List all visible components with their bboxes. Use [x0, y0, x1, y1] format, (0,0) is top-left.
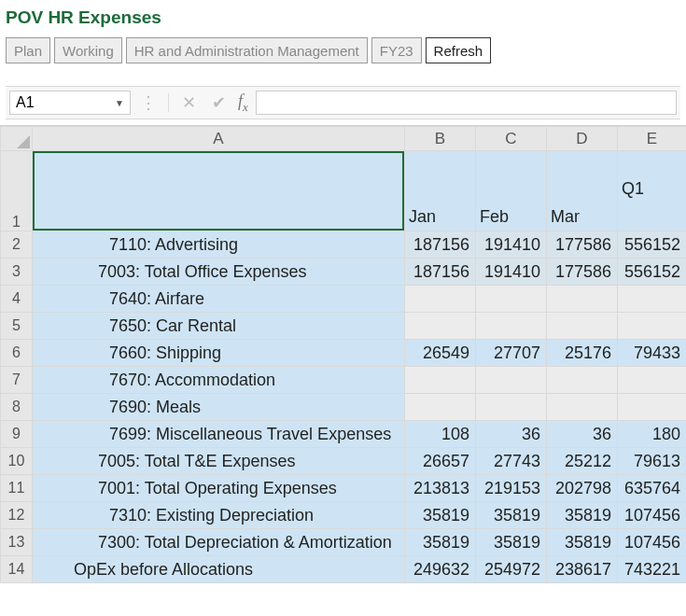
col-header-C[interactable]: C — [476, 127, 547, 151]
row-header[interactable]: 13 — [1, 529, 33, 556]
cancel-icon[interactable]: ✕ — [178, 92, 199, 113]
data-cell[interactable] — [618, 286, 687, 313]
data-cell[interactable] — [476, 394, 547, 421]
data-cell[interactable] — [405, 367, 476, 394]
data-cell[interactable]: 107456 — [618, 502, 687, 529]
data-cell[interactable]: 191410 — [476, 259, 547, 286]
data-cell[interactable] — [476, 367, 547, 394]
data-cell[interactable]: 202798 — [547, 475, 618, 502]
cell-C1[interactable]: Feb — [476, 151, 547, 231]
account-cell[interactable]: 7699: Miscellaneous Travel Expenses — [33, 421, 405, 448]
pov-plan-button[interactable]: Plan — [6, 37, 50, 63]
row-header[interactable]: 3 — [1, 259, 33, 286]
data-cell[interactable] — [476, 313, 547, 340]
data-cell[interactable]: 177586 — [547, 231, 618, 259]
data-cell[interactable]: 254972 — [476, 556, 547, 583]
data-cell[interactable]: 27743 — [476, 448, 547, 475]
more-vert-icon[interactable]: ⋮ — [138, 92, 159, 113]
data-cell[interactable]: 108 — [405, 421, 476, 448]
refresh-button[interactable]: Refresh — [426, 37, 492, 63]
data-cell[interactable]: 79433 — [618, 340, 687, 367]
data-cell[interactable]: 743221 — [618, 556, 687, 583]
row-header[interactable]: 10 — [1, 448, 33, 475]
data-cell[interactable]: 36 — [547, 421, 618, 448]
data-cell[interactable]: 249632 — [405, 556, 476, 583]
row-header[interactable]: 12 — [1, 502, 33, 529]
row-header[interactable]: 2 — [1, 231, 33, 259]
row-header[interactable]: 4 — [1, 286, 33, 313]
col-header-D[interactable]: D — [547, 127, 618, 151]
data-cell[interactable]: 25212 — [547, 448, 618, 475]
row-header[interactable]: 5 — [1, 313, 33, 340]
confirm-icon[interactable]: ✔ — [208, 92, 229, 113]
pov-working-button[interactable]: Working — [54, 37, 122, 63]
col-header-A[interactable]: A — [33, 127, 405, 151]
data-cell[interactable]: 79613 — [618, 448, 687, 475]
pov-year-button[interactable]: FY23 — [371, 37, 422, 63]
account-cell[interactable]: 7650: Car Rental — [33, 313, 405, 340]
account-cell[interactable]: 7310: Existing Depreciation — [33, 502, 405, 529]
data-cell[interactable]: 556152 — [618, 231, 687, 259]
formula-input[interactable] — [256, 91, 677, 115]
data-cell[interactable]: 213813 — [405, 475, 476, 502]
col-header-B[interactable]: B — [405, 127, 476, 151]
data-cell[interactable]: 187156 — [405, 231, 476, 259]
account-cell[interactable]: 7640: Airfare — [33, 286, 405, 313]
select-all-corner[interactable] — [1, 127, 33, 151]
data-cell[interactable]: 219153 — [476, 475, 547, 502]
data-cell[interactable]: 556152 — [618, 259, 687, 286]
account-cell[interactable]: 7670: Accommodation — [33, 367, 405, 394]
data-cell[interactable]: 35819 — [476, 529, 547, 556]
cell-E1[interactable]: Q1 — [618, 151, 687, 231]
name-box[interactable]: A1 ▼ — [9, 91, 131, 115]
data-cell[interactable] — [547, 367, 618, 394]
row-header[interactable]: 6 — [1, 340, 33, 367]
cell-B1[interactable]: Jan — [405, 151, 476, 231]
data-cell[interactable] — [547, 286, 618, 313]
account-cell[interactable]: 7300: Total Depreciation & Amortization — [33, 529, 405, 556]
data-cell[interactable]: 191410 — [476, 231, 547, 259]
data-cell[interactable]: 107456 — [618, 529, 687, 556]
data-cell[interactable] — [547, 313, 618, 340]
row-header[interactable]: 11 — [1, 475, 33, 502]
row-header[interactable]: 7 — [1, 367, 33, 394]
fx-icon[interactable]: fx — [238, 91, 248, 115]
account-cell[interactable]: 7005: Total T&E Expenses — [33, 448, 405, 475]
data-cell[interactable]: 35819 — [547, 502, 618, 529]
data-cell[interactable] — [405, 313, 476, 340]
data-cell[interactable]: 27707 — [476, 340, 547, 367]
account-cell[interactable]: 7001: Total Operating Expenses — [33, 475, 405, 502]
row-header[interactable]: 8 — [1, 394, 33, 421]
account-cell[interactable]: 7690: Meals — [33, 394, 405, 421]
data-cell[interactable]: 635764 — [618, 475, 687, 502]
data-cell[interactable]: 26549 — [405, 340, 476, 367]
data-cell[interactable] — [618, 394, 687, 421]
data-cell[interactable]: 35819 — [405, 529, 476, 556]
data-cell[interactable]: 177586 — [547, 259, 618, 286]
data-cell[interactable]: 180 — [618, 421, 687, 448]
data-cell[interactable]: 26657 — [405, 448, 476, 475]
data-cell[interactable] — [547, 394, 618, 421]
data-cell[interactable] — [618, 367, 687, 394]
row-header[interactable]: 1 — [1, 151, 33, 231]
row-header[interactable]: 14 — [1, 556, 33, 583]
account-cell[interactable]: OpEx before Allocations — [33, 556, 405, 583]
data-cell[interactable]: 238617 — [547, 556, 618, 583]
data-cell[interactable] — [476, 286, 547, 313]
data-cell[interactable]: 36 — [476, 421, 547, 448]
data-cell[interactable]: 35819 — [547, 529, 618, 556]
col-header-E[interactable]: E — [618, 127, 687, 151]
data-cell[interactable]: 35819 — [405, 502, 476, 529]
data-cell[interactable] — [405, 394, 476, 421]
account-cell[interactable]: 7110: Advertising — [33, 231, 405, 259]
account-cell[interactable]: 7003: Total Office Expenses — [33, 259, 405, 286]
data-cell[interactable] — [405, 286, 476, 313]
data-cell[interactable] — [618, 313, 687, 340]
data-cell[interactable]: 187156 — [405, 259, 476, 286]
spreadsheet-grid[interactable]: A B C D E 1 Jan Feb Mar Q1 27110: Advert… — [0, 125, 686, 583]
data-cell[interactable]: 25176 — [547, 340, 618, 367]
row-header[interactable]: 9 — [1, 421, 33, 448]
cell-A1[interactable] — [33, 151, 405, 231]
pov-dept-button[interactable]: HR and Administration Management — [126, 37, 368, 63]
cell-D1[interactable]: Mar — [547, 151, 618, 231]
